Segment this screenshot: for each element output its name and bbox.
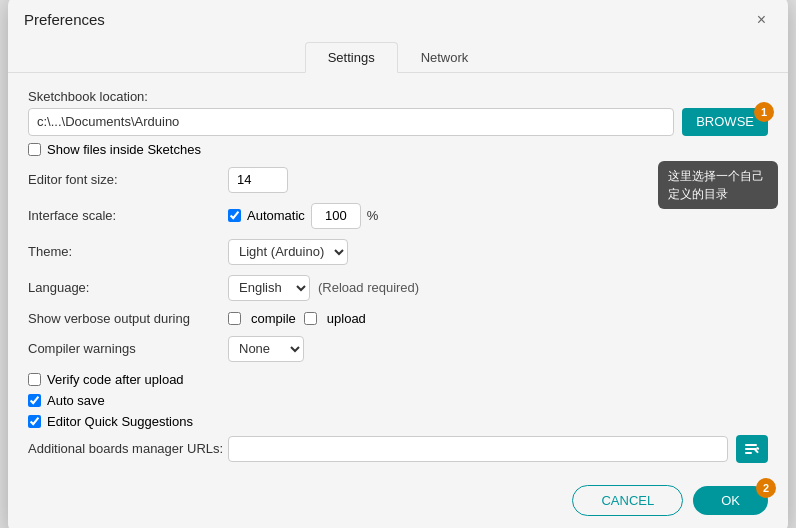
verbose-compile-label: compile bbox=[251, 311, 296, 326]
compiler-warnings-row: Compiler warnings None Default More All bbox=[28, 336, 768, 362]
percent-label: % bbox=[367, 208, 379, 223]
sketchbook-path-row: BROWSE 1 bbox=[28, 108, 768, 136]
badge-2: 2 bbox=[756, 478, 776, 498]
dialog-title: Preferences bbox=[24, 11, 105, 28]
title-bar: Preferences × bbox=[8, 0, 788, 31]
editor-font-label: Editor font size: bbox=[28, 172, 228, 187]
language-select[interactable]: English Chinese French German Spanish bbox=[228, 275, 310, 301]
urls-input[interactable] bbox=[228, 436, 728, 462]
quick-suggestions-row: Editor Quick Suggestions bbox=[28, 414, 768, 429]
automatic-checkbox[interactable] bbox=[228, 209, 241, 222]
autosave-checkbox[interactable] bbox=[28, 394, 41, 407]
autosave-label: Auto save bbox=[47, 393, 105, 408]
quick-suggestions-checkbox[interactable] bbox=[28, 415, 41, 428]
verbose-upload-checkbox[interactable] bbox=[304, 312, 317, 325]
browse-btn-wrap: BROWSE 1 bbox=[674, 108, 768, 136]
automatic-label: Automatic bbox=[247, 208, 305, 223]
sketchbook-section: Sketchbook location: BROWSE 1 bbox=[28, 89, 768, 136]
editor-font-row: Editor font size: bbox=[28, 167, 768, 193]
theme-row: Theme: Light (Arduino) Dark System bbox=[28, 239, 768, 265]
close-button[interactable]: × bbox=[751, 9, 772, 31]
scale-controls: Automatic % bbox=[228, 203, 378, 229]
show-files-row: Show files inside Sketches bbox=[28, 142, 768, 157]
compiler-controls: None Default More All bbox=[228, 336, 304, 362]
reload-label: (Reload required) bbox=[318, 280, 419, 295]
language-label: Language: bbox=[28, 280, 228, 295]
autosave-row: Auto save bbox=[28, 393, 768, 408]
interface-scale-row: Interface scale: Automatic % bbox=[28, 203, 768, 229]
footer: CANCEL OK 2 bbox=[8, 473, 788, 529]
svg-rect-2 bbox=[745, 452, 752, 454]
show-files-checkbox[interactable] bbox=[28, 143, 41, 156]
ok-btn-wrap: OK 2 bbox=[693, 486, 768, 515]
cancel-button[interactable]: CANCEL bbox=[572, 485, 683, 516]
tab-settings[interactable]: Settings bbox=[305, 42, 398, 73]
settings-content: 这里选择一个自己定义的目录 Sketchbook location: BROWS… bbox=[8, 73, 788, 473]
verbose-upload-label: upload bbox=[327, 311, 366, 326]
tab-network[interactable]: Network bbox=[398, 42, 492, 73]
scale-input[interactable] bbox=[311, 203, 361, 229]
verify-checkbox[interactable] bbox=[28, 373, 41, 386]
tabs-bar: Settings Network bbox=[8, 31, 788, 73]
quick-suggestions-label: Editor Quick Suggestions bbox=[47, 414, 193, 429]
language-row: Language: English Chinese French German … bbox=[28, 275, 768, 301]
verify-row: Verify code after upload bbox=[28, 372, 768, 387]
verbose-label: Show verbose output during bbox=[28, 311, 228, 326]
urls-row: Additional boards manager URLs: bbox=[28, 435, 768, 463]
interface-scale-label: Interface scale: bbox=[28, 208, 228, 223]
urls-label: Additional boards manager URLs: bbox=[28, 441, 228, 456]
sketchbook-path-input[interactable] bbox=[28, 108, 674, 136]
badge-1: 1 bbox=[754, 102, 774, 122]
compiler-warnings-label: Compiler warnings bbox=[28, 341, 228, 356]
verbose-checkboxes: compile upload bbox=[228, 311, 366, 326]
verbose-row: Show verbose output during compile uploa… bbox=[28, 311, 768, 326]
verify-label: Verify code after upload bbox=[47, 372, 184, 387]
preferences-dialog: Preferences × Settings Network 这里选择一个自己定… bbox=[8, 0, 788, 528]
show-files-label: Show files inside Sketches bbox=[47, 142, 201, 157]
svg-rect-0 bbox=[745, 444, 757, 446]
theme-label: Theme: bbox=[28, 244, 228, 259]
edit-icon bbox=[744, 441, 760, 457]
url-edit-button[interactable] bbox=[736, 435, 768, 463]
compiler-warnings-select[interactable]: None Default More All bbox=[228, 336, 304, 362]
editor-font-input[interactable] bbox=[228, 167, 288, 193]
theme-select[interactable]: Light (Arduino) Dark System bbox=[228, 239, 348, 265]
sketchbook-label: Sketchbook location: bbox=[28, 89, 768, 104]
verbose-compile-checkbox[interactable] bbox=[228, 312, 241, 325]
